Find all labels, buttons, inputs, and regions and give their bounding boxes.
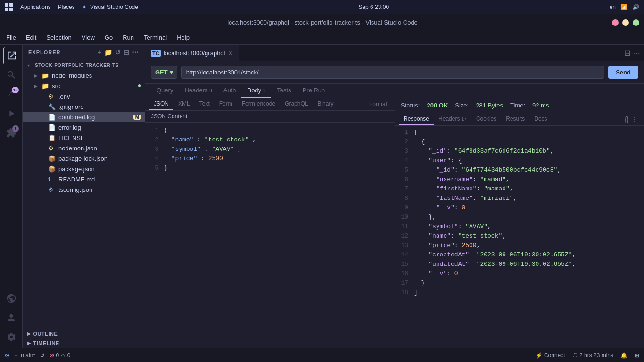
connect-button[interactable]: ⚡ Connect <box>536 352 565 359</box>
menu-view[interactable]: View <box>78 33 99 42</box>
activity-bar: 13 1 <box>0 45 23 348</box>
resp-line-9: 9 "__v": 0 <box>395 204 644 213</box>
format-button[interactable]: Format <box>365 99 391 109</box>
send-button[interactable]: Send <box>608 66 638 79</box>
source-control-badge: 13 <box>12 87 18 93</box>
resp-tab-results[interactable]: Results <box>501 113 529 125</box>
activity-explorer[interactable] <box>3 47 20 64</box>
close-button[interactable] <box>612 19 619 26</box>
body-tab-graphql[interactable]: GraphQL <box>280 98 313 110</box>
remote-connect-icon[interactable]: ⊗ <box>5 352 9 359</box>
resp-code-icon[interactable]: {} <box>625 115 629 123</box>
tab-icon-tc: TC <box>151 50 161 57</box>
tree-item-src[interactable]: ▶ 📁 src <box>23 81 145 91</box>
req-tab-prerun[interactable]: Pre Run <box>297 84 331 98</box>
json-editor[interactable]: 1 { 2 "name" : "test stock" , 3 "symbol"… <box>145 123 395 348</box>
activity-source-control[interactable]: 13 <box>3 86 20 103</box>
notifications-icon[interactable]: 🔔 <box>620 352 627 359</box>
activity-run[interactable] <box>3 105 20 122</box>
errors-indicator[interactable]: ⊗ 0 ⚠ 0 <box>50 352 70 359</box>
sidebar: Explorer + 📁 ↺ ⊟ ⋯ ▾ STOCK-PORTFOLIO-TRA… <box>23 45 145 348</box>
activity-remote[interactable] <box>3 290 20 307</box>
req-tab-tests[interactable]: Tests <box>271 84 297 98</box>
tree-item-node-modules[interactable]: ▶ 📁 node_modules <box>23 70 145 81</box>
vscode-label[interactable]: ✦ Visual Studio Code <box>82 4 138 10</box>
window-controls[interactable] <box>612 19 639 26</box>
outline-section[interactable]: ▶ OUTLINE <box>23 329 145 338</box>
sync-icon[interactable]: ↺ <box>40 352 45 359</box>
activity-settings[interactable] <box>3 329 20 346</box>
resp-more-icon[interactable]: ⋮ <box>631 115 638 123</box>
tree-item-combined-log[interactable]: 📄 combined.log M <box>23 112 145 122</box>
resp-tab-headers[interactable]: Headers 17 <box>434 113 471 125</box>
url-input[interactable] <box>181 66 604 79</box>
maximize-button[interactable] <box>633 19 639 26</box>
error-log-label: error.log <box>58 124 145 131</box>
json-line-2: 2 "name" : "test stock" , <box>145 136 395 145</box>
main-layout: 13 1 Explorer + 📁 ↺ ⊟ ⋯ <box>0 45 644 348</box>
applications-menu[interactable]: Applications <box>20 4 51 10</box>
tree-item-project[interactable]: ▾ STOCK-PORTFOLIO-TRACKER-TS <box>23 60 145 70</box>
package-lock-label: package-lock.json <box>58 155 145 162</box>
activity-accounts[interactable] <box>3 309 20 326</box>
collapse-icon[interactable]: ⊟ <box>124 49 130 56</box>
menu-go[interactable]: Go <box>101 33 116 42</box>
connect-icon: ⚡ <box>536 352 543 359</box>
places-menu[interactable]: Places <box>58 4 75 10</box>
bottom-bar-left: ⊗ ⑂ main* ↺ ⊗ 0 ⚠ 0 <box>5 352 70 359</box>
layout-icon[interactable]: ⊞ <box>635 352 639 359</box>
menu-selection[interactable]: Selection <box>42 33 75 42</box>
menu-help[interactable]: Help <box>173 33 193 42</box>
split-editor-icon[interactable]: ⊟ <box>624 49 630 58</box>
more-tab-actions-icon[interactable]: ⋯ <box>633 49 640 58</box>
tsconfig-label: tsconfig.json <box>58 186 145 193</box>
json-content-label-row: JSON Content <box>145 111 395 123</box>
resp-tab-docs[interactable]: Docs <box>529 113 552 125</box>
req-tab-auth[interactable]: Auth <box>218 84 242 98</box>
app-grid-icon[interactable] <box>5 3 13 11</box>
body-tab-form[interactable]: Form <box>215 98 237 110</box>
tab-localhost[interactable]: TC localhost:3000/graphql ✕ <box>145 45 239 61</box>
sidebar-tree: ▾ STOCK-PORTFOLIO-TRACKER-TS ▶ 📁 node_mo… <box>23 60 145 329</box>
tree-item-package-json[interactable]: 📦 package.json <box>23 164 145 174</box>
minimize-button[interactable] <box>622 19 629 26</box>
body-tab-xml[interactable]: XML <box>173 98 195 110</box>
method-select[interactable]: GET ▾ <box>151 66 177 79</box>
tree-item-gitignore[interactable]: 🔧 .gitignore <box>23 101 145 112</box>
new-folder-icon[interactable]: 📁 <box>104 49 113 56</box>
menu-file[interactable]: File <box>2 33 20 42</box>
tree-item-tsconfig[interactable]: ⚙ tsconfig.json <box>23 184 145 195</box>
body-tab-json[interactable]: JSON <box>149 98 173 110</box>
refresh-icon[interactable]: ↺ <box>115 49 121 56</box>
nodemon-icon: ⚙ <box>48 145 57 152</box>
resp-line-18: 18 ] <box>395 288 644 298</box>
tab-bar-actions: ⊟ ⋯ <box>620 45 644 61</box>
resp-tab-cookies[interactable]: Cookies <box>471 113 501 125</box>
activity-search[interactable] <box>3 66 20 83</box>
tree-item-nodemon[interactable]: ⚙ nodemon.json <box>23 143 145 153</box>
menu-run[interactable]: Run <box>119 33 138 42</box>
resp-tab-response[interactable]: Response <box>399 113 434 125</box>
activity-extensions[interactable]: 1 <box>3 124 20 141</box>
req-tab-query[interactable]: Query <box>151 84 179 98</box>
nodemon-label: nodemon.json <box>58 145 145 152</box>
tree-item-package-lock[interactable]: 📦 package-lock.json <box>23 153 145 164</box>
tree-item-env[interactable]: ⚙ .env <box>23 91 145 101</box>
package-json-label: package.json <box>58 165 145 173</box>
req-tab-headers[interactable]: Headers 3 <box>179 84 217 98</box>
system-bar: Applications Places ✦ Visual Studio Code… <box>0 0 644 14</box>
req-tab-body[interactable]: Body 1 <box>241 84 271 98</box>
body-tab-text[interactable]: Text <box>195 98 215 110</box>
tree-item-readme[interactable]: ℹ README.md <box>23 174 145 184</box>
tab-close-button[interactable]: ✕ <box>228 50 233 57</box>
menu-terminal[interactable]: Terminal <box>140 33 171 42</box>
tree-item-license[interactable]: 📋 LICENSE <box>23 132 145 143</box>
new-file-icon[interactable]: + <box>98 49 102 56</box>
branch-name[interactable]: ⑂ main* <box>14 352 35 359</box>
body-tab-binary[interactable]: Binary <box>313 98 338 110</box>
body-tab-form-encode[interactable]: Form-encode <box>237 98 280 110</box>
timeline-section[interactable]: ▶ TIMELINE <box>23 338 145 348</box>
tree-item-error-log[interactable]: 📄 error.log <box>23 122 145 132</box>
menu-edit[interactable]: Edit <box>22 33 40 42</box>
more-options-icon[interactable]: ⋯ <box>132 49 139 56</box>
